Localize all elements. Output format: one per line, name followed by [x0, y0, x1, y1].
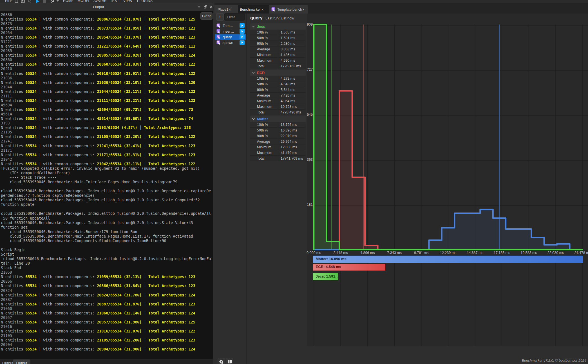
log-segment: 65534 — [25, 81, 37, 85]
stats-row: 90th %5.644 ms — [250, 87, 306, 93]
stats-row-label: Maximum — [257, 151, 272, 155]
menu-avatar[interactable]: AVATAR — [93, 0, 107, 3]
tab-close-icon[interactable]: ✕ — [302, 8, 305, 12]
tab-close-icon[interactable]: ✕ — [229, 8, 231, 12]
log-segment: Total Archetypes: 123 — [148, 338, 195, 342]
log-segment: Stack End — [1, 266, 21, 270]
bench-script-icon — [216, 29, 220, 35]
icon-shape — [52, 1, 53, 2]
undock-icon[interactable] — [203, 5, 208, 9]
log-segment: │ — [142, 162, 148, 166]
log-line: 20957 — [1, 316, 211, 320]
stats-section-header-ecr[interactable]: ECR — [250, 70, 306, 76]
sidebar-splitter[interactable] — [246, 14, 247, 364]
version-label: Benchmarker v7.2.0, © boatbomber 2024 — [522, 359, 586, 363]
icon-shape — [220, 361, 222, 362]
log-segment: N entities — [1, 81, 25, 85]
log-segment: 20904 — [1, 343, 12, 347]
benchmark-item-spawn[interactable]: spawn — [215, 40, 246, 45]
log-line: function update — [1, 202, 211, 207]
run-benchmark-button[interactable] — [240, 29, 244, 34]
tab-template-bench[interactable]: Template.bench ✕ — [269, 5, 308, 14]
stats-row-label: 90th % — [257, 88, 268, 92]
log-segment: 20985 — [1, 49, 12, 53]
log-line: N entities 65534 │ with common component… — [1, 126, 211, 130]
publish-icon[interactable] — [21, 0, 25, 3]
docs-button[interactable] — [226, 358, 233, 364]
log-segment: 21111/65534 (32.21%) — [97, 99, 142, 103]
stats-section-name: Matter — [257, 117, 268, 121]
log-segment: 20824 — [1, 289, 12, 293]
tab-benchmarker[interactable]: Benchmarker ✕ — [238, 5, 269, 14]
log-line: 21036 — [1, 76, 211, 81]
log-line: 20860 — [1, 58, 211, 62]
log-segment: 65534 — [25, 62, 37, 66]
log-line: 20866 — [1, 279, 211, 284]
log-segment: cloud_5853950046.Benchmarker.Main.Interf… — [1, 180, 177, 184]
log-segment: │ with common components: — [37, 338, 97, 342]
filter-input[interactable] — [224, 13, 245, 21]
log-segment: 65534 — [25, 347, 37, 351]
stats-cell: 50th % — [250, 35, 278, 41]
log-segment: │ with common components: — [37, 135, 97, 139]
log-line: cloud_5853950046.Benchmarker.Main.Interf… — [1, 180, 211, 184]
new-file-icon[interactable] — [15, 0, 18, 3]
add-benchmark-button[interactable]: + — [216, 13, 224, 21]
stats-section-header-matter[interactable]: Matter — [250, 116, 306, 122]
log-line: 20954 — [1, 31, 211, 35]
tab-label: Place1 — [218, 8, 228, 12]
legend-label: Matter: 16.896 ms — [316, 257, 346, 261]
menu-plugins[interactable]: PLUGINS — [137, 0, 153, 3]
dock-tab-output[interactable]: Output — [2, 361, 13, 364]
benchmark-item-query[interactable]: query — [215, 34, 246, 40]
log-segment: cloud_5853950046.Benchmarker.Main.Runner… — [1, 230, 137, 234]
tab-place1[interactable]: Place1 ✕ — [214, 5, 238, 14]
stats-row-value: 1.505 ms — [281, 30, 295, 34]
stats-row-label: 10th % — [257, 123, 268, 127]
benchmark-item-Tem[interactable]: Tem… — [215, 23, 246, 28]
run-benchmark-button[interactable] — [240, 23, 244, 28]
gear-icon — [219, 360, 223, 364]
log-segment: 65534 — [25, 153, 37, 157]
stats-row: Total1726.163 ms — [250, 63, 306, 69]
icon-shape — [252, 26, 255, 27]
log-segment: │ with common components: — [37, 347, 97, 351]
undo-icon[interactable] — [50, 0, 54, 3]
stats-cell: Total — [250, 156, 278, 161]
log-line: tal', Line 30 — [1, 261, 211, 266]
tab-close-icon[interactable]: ✕ — [261, 8, 264, 12]
log-segment: N entities — [1, 284, 25, 288]
run-benchmark-button[interactable] — [240, 34, 244, 39]
log-line: N entities 65534 │ with common component… — [1, 62, 211, 67]
clear-button[interactable]: Clear — [200, 12, 213, 20]
log-line: 20824 — [1, 289, 211, 293]
histogram-chart — [307, 14, 588, 346]
play-icon[interactable] — [36, 0, 40, 3]
stop-icon — [43, 0, 46, 3]
legend-label: Jecs: 1.591… — [316, 274, 339, 278]
menu-view[interactable]: VIEW — [123, 0, 132, 3]
log-line: N entities 65534 │ with common component… — [1, 144, 211, 148]
menu-test[interactable]: TEST — [110, 0, 119, 3]
x-axis-label: 2.448 ms — [328, 251, 353, 255]
dropdown-caret-icon[interactable] — [56, 0, 59, 2]
log-segment: N entities — [1, 162, 25, 166]
output-log[interactable]: 20886N entities 65534 │ with common comp… — [0, 11, 213, 359]
dock-tab-output-2[interactable]: Output — [13, 359, 30, 364]
settings-button[interactable] — [218, 358, 225, 364]
menu-file[interactable]: FILE — [5, 0, 13, 3]
run-benchmark-button[interactable] — [240, 40, 244, 45]
log-line: 21241 — [1, 139, 211, 144]
chevron-down-icon[interactable] — [197, 5, 201, 9]
log-segment: │ — [142, 90, 148, 94]
menu-model[interactable]: MODEL — [78, 0, 90, 3]
close-icon[interactable] — [209, 5, 213, 9]
log-line: 45694 — [1, 103, 211, 108]
icon-shape — [252, 72, 255, 73]
log-segment: 65534 — [25, 117, 37, 121]
benchmark-item-inser[interactable]: inser… — [215, 28, 246, 34]
stats-row: Average7.426 ms — [250, 93, 306, 98]
log-segment: N entities — [1, 53, 25, 57]
stats-section-header-jecs[interactable]: Jecs — [250, 23, 306, 30]
menu-home[interactable]: HOME — [63, 0, 74, 3]
